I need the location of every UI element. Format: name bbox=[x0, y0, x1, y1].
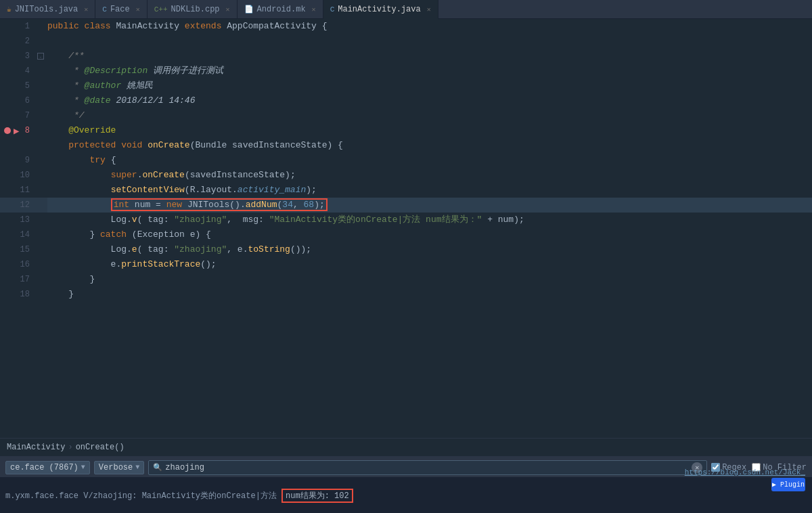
fold-5 bbox=[34, 79, 47, 93]
line-num-12: 12 bbox=[0, 198, 34, 213]
breadcrumb-class[interactable]: MainActivity bbox=[7, 443, 65, 452]
log-device-label: ce.face (7867) bbox=[10, 463, 78, 472]
watermark-area: https://blog.csdn.net/Jack_ ▶ Plugin bbox=[685, 468, 805, 491]
app-window: ☕ JNITools.java ✕ C Face ✕ C++ NDKLib.cp… bbox=[0, 0, 812, 513]
line-num-1: 1 bbox=[0, 19, 34, 34]
tab-jnitools[interactable]: ☕ JNITools.java ✕ bbox=[0, 0, 95, 19]
code-line-8b: 8 protected void onCreate(Bundle savedIn… bbox=[0, 138, 812, 153]
code-line-13: 13 Log.v( tag: "zhaojing", msg: "MainAct… bbox=[0, 213, 812, 227]
editor-area: 1 public class MainActivity extends AppC… bbox=[0, 19, 812, 438]
code-line-17: 17 } bbox=[0, 272, 812, 287]
fold-6 bbox=[34, 93, 47, 108]
fold-8 bbox=[34, 123, 47, 138]
c-icon: C bbox=[102, 5, 107, 14]
line-num-17: 17 bbox=[0, 272, 34, 287]
code-line-2: 2 bbox=[0, 34, 812, 49]
breadcrumb-separator: › bbox=[68, 443, 72, 452]
code-1: public class MainActivity extends AppCom… bbox=[47, 19, 812, 34]
line-num-2: 2 bbox=[0, 34, 34, 49]
log-line-text: m.yxm.face.face V/zhaojing: MainActivity… bbox=[5, 490, 281, 501]
code-13: Log.v( tag: "zhaojing", msg: "MainActivi… bbox=[47, 213, 812, 227]
code-17: } bbox=[47, 272, 812, 287]
fold-1 bbox=[34, 19, 47, 34]
line-num-14: 14 bbox=[0, 227, 34, 242]
code-line-8: 8 ▶ @Override bbox=[0, 123, 812, 138]
fold-17 bbox=[34, 272, 47, 287]
close-tab-face[interactable]: ✕ bbox=[136, 5, 140, 14]
line-num-11: 11 bbox=[0, 183, 34, 198]
code-line-1: 1 public class MainActivity extends AppC… bbox=[0, 19, 812, 34]
code-8b: protected void onCreate(Bundle savedInst… bbox=[47, 138, 812, 153]
fold-12 bbox=[34, 198, 47, 213]
fold-13 bbox=[34, 213, 47, 227]
line-num-15: 15 bbox=[0, 242, 34, 257]
code-line-10: 10 super.onCreate(savedInstanceState); bbox=[0, 168, 812, 183]
fold-14 bbox=[34, 227, 47, 242]
fold-16 bbox=[34, 257, 47, 272]
log-verbose-label: Verbose bbox=[99, 463, 133, 472]
fold-icon-3[interactable]: - bbox=[37, 53, 44, 60]
close-tab-jnitools[interactable]: ✕ bbox=[84, 5, 88, 14]
code-line-6: 6 * @date 2018/12/1 14:46 bbox=[0, 93, 812, 108]
blog-url[interactable]: https://blog.csdn.net/Jack_ bbox=[685, 468, 805, 476]
tab-ndklib[interactable]: C++ NDKLib.cpp ✕ bbox=[148, 0, 238, 19]
line-num-10: 10 bbox=[0, 168, 34, 183]
code-3: /** bbox=[47, 49, 812, 64]
close-tab-ndklib[interactable]: ✕ bbox=[226, 5, 230, 14]
code-15: Log.e( tag: "zhaojing", e.toString()); bbox=[47, 242, 812, 257]
active-java-icon: C bbox=[330, 5, 335, 14]
fold-10 bbox=[34, 168, 47, 183]
line-num-3: 3 bbox=[0, 49, 34, 64]
code-line-4: 4 * @Description 调用例子进行测试 bbox=[0, 64, 812, 79]
code-line-11: 11 setContentView(R.layout.activity_main… bbox=[0, 183, 812, 198]
line-num-7: 7 bbox=[0, 108, 34, 123]
breadcrumb-method[interactable]: onCreate() bbox=[76, 443, 125, 452]
fold-18 bbox=[34, 287, 47, 302]
code-line-9: 9 try { bbox=[0, 153, 812, 168]
line-num-8b: 8 bbox=[0, 138, 34, 153]
close-tab-android-mk[interactable]: ✕ bbox=[312, 5, 316, 14]
line-num-8: 8 ▶ bbox=[0, 123, 34, 138]
tab-android-mk[interactable]: 📄 Android.mk ✕ bbox=[238, 0, 323, 19]
code-2 bbox=[47, 34, 812, 49]
code-line-18: 18 } bbox=[0, 287, 812, 302]
log-search-box[interactable]: 🔍 ✕ bbox=[148, 460, 707, 475]
code-10: super.onCreate(savedInstanceState); bbox=[47, 168, 812, 183]
plugin-button[interactable]: ▶ Plugin bbox=[771, 478, 805, 491]
tab-mainactivity[interactable]: C MainActivity.java ✕ bbox=[323, 0, 438, 19]
fold-11 bbox=[34, 183, 47, 198]
code-line-15: 15 Log.e( tag: "zhaojing", e.toString())… bbox=[0, 242, 812, 257]
code-line-3: 3 - /** bbox=[0, 49, 812, 64]
fold-4 bbox=[34, 64, 47, 79]
verbose-chevron-icon: ▼ bbox=[135, 464, 139, 471]
fold-3[interactable]: - bbox=[34, 49, 47, 64]
line-num-6: 6 bbox=[0, 93, 34, 108]
log-verbose-dropdown[interactable]: Verbose ▼ bbox=[94, 461, 144, 474]
tab-bar: ☕ JNITools.java ✕ C Face ✕ C++ NDKLib.cp… bbox=[0, 0, 812, 19]
close-tab-mainactivity[interactable]: ✕ bbox=[427, 5, 431, 14]
log-search-input[interactable] bbox=[165, 463, 689, 472]
log-result-box: num结果为: 102 bbox=[281, 489, 353, 503]
breadcrumb: MainActivity › onCreate() bbox=[0, 438, 812, 457]
cpp-icon: C++ bbox=[154, 5, 168, 14]
fold-7 bbox=[34, 108, 47, 123]
code-6: * @date 2018/12/1 14:46 bbox=[47, 93, 812, 108]
code-18: } bbox=[47, 287, 812, 302]
code-line-7: 7 */ bbox=[0, 108, 812, 123]
plugin-label: ▶ Plugin bbox=[772, 481, 805, 489]
code-line-16: 16 e.printStackTrace(); bbox=[0, 257, 812, 272]
code-16: e.printStackTrace(); bbox=[47, 257, 812, 272]
line-num-4: 4 bbox=[0, 64, 34, 79]
line-num-13: 13 bbox=[0, 213, 34, 227]
log-device-dropdown[interactable]: ce.face (7867) ▼ bbox=[5, 461, 90, 474]
code-line-14: 14 } catch (Exception e) { bbox=[0, 227, 812, 242]
search-icon: 🔍 bbox=[153, 463, 162, 472]
fold-15 bbox=[34, 242, 47, 257]
code-14: } catch (Exception e) { bbox=[47, 227, 812, 242]
line-num-9: 9 bbox=[0, 153, 34, 168]
code-9: try { bbox=[47, 153, 812, 168]
code-8: @Override bbox=[47, 123, 812, 138]
tab-face[interactable]: C Face ✕ bbox=[95, 0, 147, 19]
mk-icon: 📄 bbox=[244, 5, 254, 14]
code-4: * @Description 调用例子进行测试 bbox=[47, 64, 812, 79]
